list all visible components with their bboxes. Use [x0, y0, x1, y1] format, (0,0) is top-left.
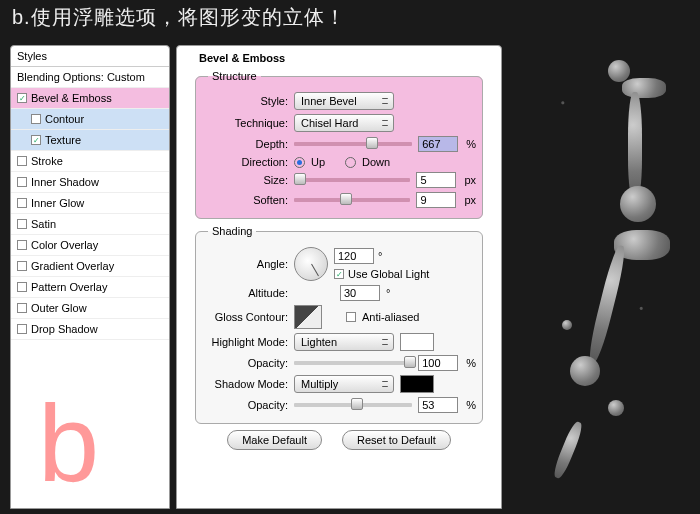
artwork-preview [504, 0, 700, 514]
technique-select[interactable]: Chisel Hard [294, 114, 394, 132]
down-label: Down [362, 156, 390, 168]
highlight-opacity-slider[interactable] [294, 361, 412, 365]
shadow-mode-select[interactable]: Multiply [294, 375, 394, 393]
checkbox-icon[interactable] [17, 324, 27, 334]
soften-slider[interactable] [294, 198, 410, 202]
sidebar-item-label: Texture [45, 134, 81, 146]
highlight-color-swatch[interactable] [400, 333, 434, 351]
depth-label: Depth: [202, 138, 288, 150]
direction-down-radio[interactable] [345, 157, 356, 168]
sidebar-item-pattern-overlay[interactable]: Pattern Overlay [11, 277, 169, 298]
sidebar-item-label: Color Overlay [31, 239, 98, 251]
antialias-checkbox[interactable] [346, 312, 356, 322]
checkbox-icon[interactable] [17, 282, 27, 292]
size-input[interactable]: 5 [416, 172, 456, 188]
sidebar-item-label: Stroke [31, 155, 63, 167]
sidebar-item-texture[interactable]: Texture [11, 130, 169, 151]
checkbox-icon[interactable] [17, 219, 27, 229]
sidebar-item-label: Satin [31, 218, 56, 230]
main-panel: Bevel & Emboss Structure Style:Inner Bev… [176, 45, 502, 509]
checkbox-icon[interactable] [31, 114, 41, 124]
global-light-checkbox[interactable] [334, 269, 344, 279]
style-select[interactable]: Inner Bevel [294, 92, 394, 110]
up-label: Up [311, 156, 325, 168]
sidebar-item-label: Drop Shadow [31, 323, 98, 335]
sidebar-item-outer-glow[interactable]: Outer Glow [11, 298, 169, 319]
sidebar-item-satin[interactable]: Satin [11, 214, 169, 235]
shadow-opacity-input[interactable]: 53 [418, 397, 458, 413]
technique-value: Chisel Hard [301, 117, 358, 129]
unit: % [466, 357, 476, 369]
antialias-label: Anti-aliased [362, 311, 419, 323]
unit: % [466, 399, 476, 411]
sidebar-item-bevel-emboss[interactable]: Bevel & Emboss [11, 88, 169, 109]
bevel-emboss-fieldset: Bevel & Emboss Structure Style:Inner Bev… [183, 52, 495, 456]
sidebar-item-drop-shadow[interactable]: Drop Shadow [11, 319, 169, 340]
checkbox-icon[interactable] [17, 240, 27, 250]
highlight-mode-value: Lighten [301, 336, 337, 348]
sidebar-item-inner-glow[interactable]: Inner Glow [11, 193, 169, 214]
size-label: Size: [202, 174, 288, 186]
unit: px [464, 174, 476, 186]
sidebar-item-label: Inner Shadow [31, 176, 99, 188]
sidebar-item-label: Pattern Overlay [31, 281, 107, 293]
structure-legend: Structure [208, 70, 261, 82]
soften-input[interactable]: 9 [416, 192, 456, 208]
blending-options-item[interactable]: Blending Options: Custom [11, 67, 169, 88]
highlight-opacity-input[interactable]: 100 [418, 355, 458, 371]
shadow-opacity-slider[interactable] [294, 403, 412, 407]
make-default-button[interactable]: Make Default [227, 430, 322, 450]
instruction-caption: b.使用浮雕选项，将图形变的立体！ [12, 4, 346, 31]
highlight-mode-select[interactable]: Lighten [294, 333, 394, 351]
shadow-color-swatch[interactable] [400, 375, 434, 393]
sidebar-header: Styles [11, 46, 169, 67]
sidebar-item-contour[interactable]: Contour [11, 109, 169, 130]
altitude-input[interactable]: 30 [340, 285, 380, 301]
depth-slider[interactable] [294, 142, 412, 146]
shadow-mode-label: Shadow Mode: [202, 378, 288, 390]
angle-dial[interactable] [294, 247, 328, 281]
direction-up-radio[interactable] [294, 157, 305, 168]
highlight-opacity-label: Opacity: [202, 357, 288, 369]
checkbox-icon[interactable] [17, 177, 27, 187]
sidebar-item-color-overlay[interactable]: Color Overlay [11, 235, 169, 256]
depth-input[interactable]: 667 [418, 136, 458, 152]
highlight-mode-label: Highlight Mode: [202, 336, 288, 348]
shading-fieldset: Shading Angle: 120° Use Global Light Alt… [195, 225, 483, 424]
shadow-mode-value: Multiply [301, 378, 338, 390]
checkbox-icon[interactable] [17, 198, 27, 208]
checkbox-icon[interactable] [31, 135, 41, 145]
angle-input[interactable]: 120 [334, 248, 374, 264]
checkbox-icon[interactable] [17, 93, 27, 103]
style-value: Inner Bevel [301, 95, 357, 107]
unit: px [464, 194, 476, 206]
degree: ° [386, 287, 390, 299]
sidebar-item-inner-shadow[interactable]: Inner Shadow [11, 172, 169, 193]
checkbox-icon[interactable] [17, 156, 27, 166]
shadow-opacity-label: Opacity: [202, 399, 288, 411]
direction-label: Direction: [202, 156, 288, 168]
step-letter: b [38, 388, 99, 498]
structure-fieldset: Structure Style:Inner Bevel Technique:Ch… [195, 70, 483, 219]
sidebar-item-label: Bevel & Emboss [31, 92, 112, 104]
panel-title: Bevel & Emboss [195, 52, 289, 64]
sidebar-item-gradient-overlay[interactable]: Gradient Overlay [11, 256, 169, 277]
sidebar-item-label: Outer Glow [31, 302, 87, 314]
sidebar-item-label: Contour [45, 113, 84, 125]
checkbox-icon[interactable] [17, 303, 27, 313]
sidebar-item-label: Gradient Overlay [31, 260, 114, 272]
shading-legend: Shading [208, 225, 256, 237]
checkbox-icon[interactable] [17, 261, 27, 271]
soften-label: Soften: [202, 194, 288, 206]
gloss-contour-label: Gloss Contour: [202, 311, 288, 323]
altitude-label: Altitude: [202, 287, 288, 299]
sidebar-item-stroke[interactable]: Stroke [11, 151, 169, 172]
sidebar-item-label: Inner Glow [31, 197, 84, 209]
global-light-label: Use Global Light [348, 268, 429, 280]
angle-label: Angle: [202, 258, 288, 270]
technique-label: Technique: [202, 117, 288, 129]
gloss-contour-picker[interactable] [294, 305, 322, 329]
size-slider[interactable] [294, 178, 410, 182]
reset-default-button[interactable]: Reset to Default [342, 430, 451, 450]
unit: % [466, 138, 476, 150]
